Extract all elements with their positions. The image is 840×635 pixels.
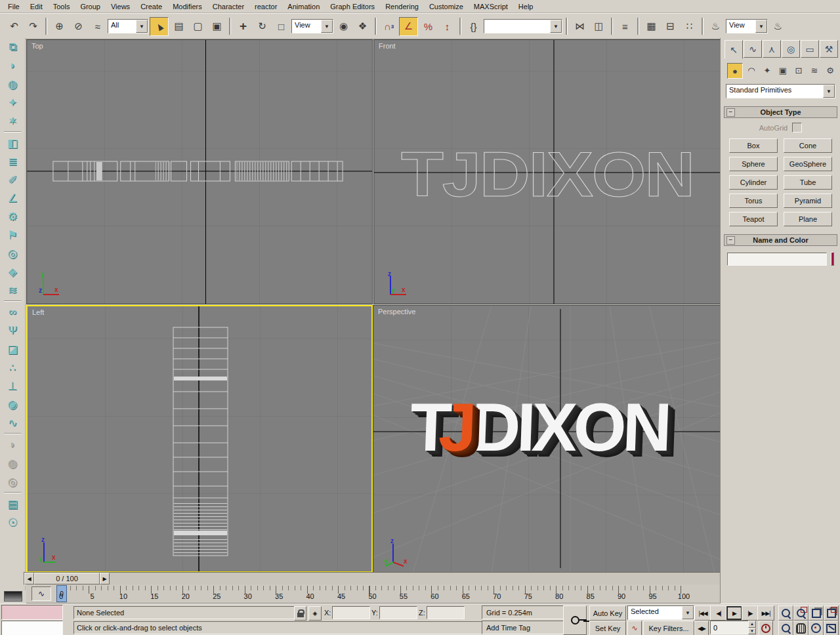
shapes-icon[interactable]: ◠ bbox=[744, 63, 759, 77]
use-pivot-point-icon[interactable]: ◉ bbox=[335, 18, 352, 35]
create-hinge-constraint-icon[interactable]: ◪ bbox=[3, 340, 22, 358]
zoom-extents-all-button[interactable] bbox=[824, 605, 839, 621]
apply-soft-body-modifier-icon[interactable]: ◍ bbox=[3, 454, 22, 472]
analyze-world-icon[interactable]: ☉ bbox=[3, 513, 22, 531]
chevron-down-icon[interactable]: ▼ bbox=[755, 20, 767, 33]
helpers-icon[interactable]: ⊡ bbox=[791, 63, 806, 77]
reference-coordinate-dropdown[interactable]: View▼ bbox=[291, 19, 333, 33]
create-soft-body-collection-icon[interactable]: ◍ bbox=[3, 75, 22, 93]
window-crossing-icon[interactable]: ▣ bbox=[208, 18, 226, 35]
create-toy-car-icon[interactable]: ∞ bbox=[3, 303, 22, 321]
absolute-offset-mode-toggle[interactable]: ◈ bbox=[308, 606, 322, 621]
create-motor-icon[interactable]: ◎ bbox=[3, 244, 22, 262]
bind-to-space-warp-icon[interactable]: ≈ bbox=[89, 18, 106, 35]
spinner-up-icon[interactable]: ▲ bbox=[748, 621, 756, 628]
create-point-point-constraint-icon[interactable]: ∴ bbox=[3, 358, 22, 377]
menu-edit[interactable]: Edit bbox=[25, 1, 48, 12]
edit-named-selections-icon[interactable]: {} bbox=[465, 18, 482, 35]
create-spring-icon[interactable]: ≣ bbox=[3, 152, 22, 171]
plane-button[interactable]: Plane bbox=[784, 212, 832, 226]
zoom-extents-button[interactable] bbox=[808, 605, 824, 621]
undo-icon[interactable]: ↶ bbox=[5, 18, 23, 35]
preview-animation-icon[interactable] bbox=[4, 591, 22, 602]
time-slider-thumb[interactable]: 0 / 100 bbox=[34, 573, 100, 584]
go-to-start-button[interactable]: |◀◀ bbox=[694, 605, 711, 621]
material-editor-icon[interactable]: ∷ bbox=[681, 18, 698, 35]
space-warps-icon[interactable]: ≋ bbox=[807, 63, 822, 77]
box-button[interactable]: Box bbox=[729, 138, 778, 153]
viewport-perspective[interactable]: Perspective TJDIXON z x y bbox=[373, 305, 721, 573]
chevron-down-icon[interactable]: ▼ bbox=[321, 20, 333, 33]
key-mode-toggle-button[interactable]: ◀▶ bbox=[694, 621, 709, 635]
torus-button[interactable]: Torus bbox=[729, 194, 778, 208]
key-filters-button[interactable]: Key Filters... bbox=[643, 621, 694, 635]
redo-icon[interactable]: ↷ bbox=[24, 18, 42, 35]
previous-frame-button[interactable]: ◀| bbox=[710, 605, 727, 621]
collapse-icon[interactable]: − bbox=[726, 236, 735, 245]
autogrid-checkbox[interactable] bbox=[792, 123, 802, 133]
set-keys-button[interactable] bbox=[563, 605, 587, 635]
apply-cloth-modifier-icon[interactable]: ◗ bbox=[3, 436, 22, 454]
menu-animation[interactable]: Animation bbox=[282, 1, 325, 12]
default-in-out-tangents-button[interactable]: ∿ bbox=[627, 621, 642, 635]
snap-toggle-icon[interactable]: ∩3 bbox=[380, 18, 398, 35]
menu-modifiers[interactable]: Modifiers bbox=[167, 1, 207, 12]
chevron-down-icon[interactable]: ▼ bbox=[136, 20, 148, 33]
region-zoom-button[interactable] bbox=[778, 621, 793, 635]
name-and-color-rollout-header[interactable]: − Name and Color bbox=[724, 234, 837, 246]
create-point-path-constraint-icon[interactable]: ∿ bbox=[3, 413, 22, 432]
zoom-all-button[interactable] bbox=[793, 605, 808, 621]
pyramid-button[interactable]: Pyramid bbox=[784, 194, 832, 208]
systems-icon[interactable]: ⚙ bbox=[823, 63, 837, 77]
open-property-editor-icon[interactable]: ▤ bbox=[3, 495, 22, 513]
viewport-front[interactable]: Front TJDIXON z y x bbox=[373, 39, 721, 304]
open-mini-curve-editor-button[interactable]: ∿ bbox=[32, 586, 51, 601]
select-object-icon[interactable]: ▲ bbox=[150, 17, 169, 36]
render-scene-icon[interactable]: ♨ bbox=[707, 18, 724, 35]
menu-customize[interactable]: Customize bbox=[424, 1, 469, 12]
menu-reactor[interactable]: reactor bbox=[249, 1, 282, 12]
schematic-view-icon[interactable]: ▦ bbox=[642, 18, 660, 35]
viewport-left-active[interactable]: Left z y x bbox=[26, 305, 373, 573]
tab-hierarchy[interactable]: ⋏ bbox=[763, 40, 781, 58]
create-wind-icon[interactable]: ⚑ bbox=[3, 226, 22, 244]
create-constraint-solver-icon[interactable]: ⚙ bbox=[3, 207, 22, 226]
chevron-down-icon[interactable]: ▼ bbox=[550, 20, 562, 33]
go-to-end-button[interactable]: ▶▶| bbox=[757, 605, 774, 621]
menu-maxscript[interactable]: MAXScript bbox=[469, 1, 513, 12]
object-type-rollout-header[interactable]: − Object Type bbox=[724, 106, 837, 118]
menu-file[interactable]: File bbox=[3, 1, 25, 12]
tab-display[interactable]: ▭ bbox=[801, 40, 819, 58]
create-rope-collection-icon[interactable]: ✦ bbox=[3, 93, 22, 112]
chevron-down-icon[interactable]: ▼ bbox=[823, 85, 835, 98]
select-and-manipulate-icon[interactable]: ❖ bbox=[354, 18, 371, 35]
z-coordinate-field[interactable] bbox=[427, 606, 465, 619]
create-deforming-mesh-collection-icon[interactable]: ✶ bbox=[3, 112, 22, 130]
select-and-rotate-icon[interactable]: ↻ bbox=[253, 18, 271, 35]
time-slider-next-button[interactable]: ▶ bbox=[100, 573, 110, 584]
tab-utilities[interactable]: ⚒ bbox=[820, 40, 838, 58]
teapot-button[interactable]: Teapot bbox=[729, 212, 778, 226]
cameras-icon[interactable]: ▣ bbox=[776, 63, 790, 77]
min-max-toggle-button[interactable] bbox=[824, 621, 839, 635]
time-configuration-button[interactable] bbox=[759, 621, 773, 635]
create-prismatic-constraint-icon[interactable]: ⊥ bbox=[3, 377, 22, 395]
create-cloth-collection-icon[interactable]: ◗ bbox=[3, 56, 22, 75]
render-type-dropdown[interactable]: View▼ bbox=[726, 19, 768, 33]
arc-rotate-button[interactable] bbox=[808, 621, 824, 635]
set-key-button[interactable]: Set Key bbox=[589, 621, 626, 635]
menu-graph-editors[interactable]: Graph Editors bbox=[325, 1, 380, 12]
x-coordinate-field[interactable] bbox=[332, 606, 370, 619]
geosphere-button[interactable]: GeoSphere bbox=[784, 157, 832, 171]
maxscript-mini-listener-input[interactable] bbox=[1, 621, 63, 635]
rectangular-selection-region-icon[interactable]: ▢ bbox=[189, 18, 207, 35]
layer-manager-icon[interactable]: ≡ bbox=[616, 18, 634, 35]
mirror-icon[interactable]: ⋈ bbox=[571, 18, 589, 35]
tab-motion[interactable]: ◎ bbox=[782, 40, 800, 58]
time-slider-prev-button[interactable]: ◀ bbox=[24, 573, 34, 584]
create-ragdoll-icon[interactable]: Ψ bbox=[3, 321, 22, 340]
menu-group[interactable]: Group bbox=[75, 1, 106, 12]
cone-button[interactable]: Cone bbox=[784, 138, 832, 153]
object-name-field[interactable] bbox=[727, 253, 827, 266]
time-slider-track[interactable]: ◀ 0 / 100 ▶ bbox=[24, 572, 727, 585]
